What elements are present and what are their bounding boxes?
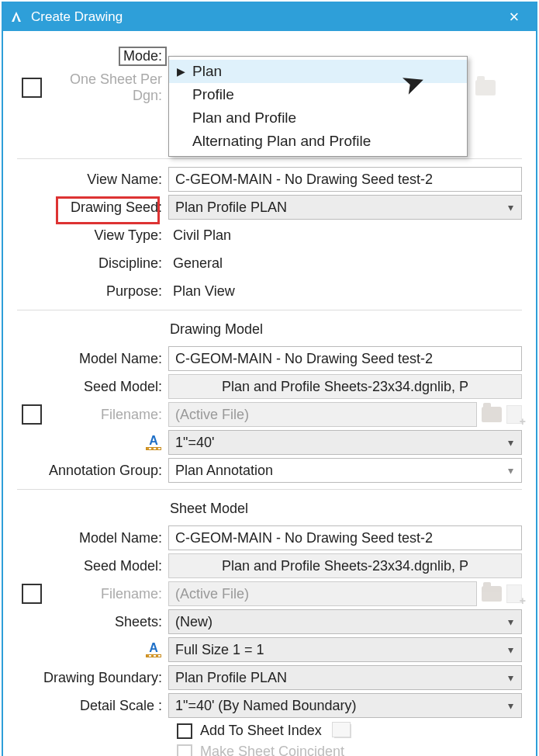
divider (17, 310, 522, 310)
dm-model-name-input[interactable]: C-GEOM-MAIN - No Drawing Seed test-2 (168, 346, 522, 371)
sm-model-name-input[interactable]: C-GEOM-MAIN - No Drawing Seed test-2 (168, 525, 522, 550)
make-coincident-checkbox (177, 744, 192, 757)
app-icon (9, 10, 23, 24)
titlebar[interactable]: Create Drawing × (3, 3, 536, 31)
make-coincident-label: Make Sheet Coincident (200, 744, 344, 756)
new-file-icon[interactable] (506, 405, 522, 424)
mode-row: Mode: ▶ Plan Profile Plan and Profile Al (17, 43, 522, 68)
view-name-label: View Name: (17, 172, 168, 188)
dialog-body: Mode: ▶ Plan Profile Plan and Profile Al (3, 31, 536, 756)
add-sheet-index-row: Add To Sheet Index (177, 723, 522, 739)
dropdown-item-label: Plan and Profile (192, 109, 296, 127)
mode-label: Mode: (119, 47, 167, 66)
mode-dropdown-menu[interactable]: ▶ Plan Profile Plan and Profile Alternat… (168, 56, 468, 157)
mode-option-profile[interactable]: Profile (169, 83, 467, 106)
sm-filename-field: (Active File) (168, 581, 477, 606)
sm-filename-label: Filename: (53, 586, 168, 602)
sheet-model-heading: Sheet Model (168, 501, 248, 517)
drawing-model-heading: Drawing Model (168, 321, 263, 338)
sm-detail-scale-combo[interactable]: 1"=40' (By Named Boundary) (168, 693, 522, 718)
folder-icon[interactable] (482, 586, 502, 602)
dm-seed-model-field[interactable]: Plan and Profile Sheets-23x34.dgnlib, P (168, 374, 522, 399)
drawing-seed-combo[interactable]: Plan Profile PLAN (168, 195, 522, 220)
sm-sheets-label: Sheets: (17, 614, 168, 630)
dropdown-item-label: Plan (192, 63, 222, 80)
view-name-row: View Name: C-GEOM-MAIN - No Drawing Seed… (17, 167, 522, 192)
sm-seed-model-field[interactable]: Plan and Profile Sheets-23x34.dgnlib, P (168, 553, 522, 578)
selected-marker-icon: ▶ (177, 65, 185, 78)
dm-seed-model-label: Seed Model: (17, 379, 168, 395)
new-file-icon[interactable] (506, 584, 522, 603)
dm-model-name-label: Model Name: (17, 351, 168, 367)
drawing-seed-label: Drawing Seed: (71, 199, 162, 216)
sheet-index-icon[interactable] (334, 724, 351, 738)
sm-model-name-label: Model Name: (17, 530, 168, 546)
drawing-seed-row: Drawing Seed: Plan Profile PLAN (17, 195, 522, 220)
dm-filename-checkbox[interactable] (22, 404, 42, 425)
dm-scale-icon: A (17, 435, 168, 450)
window-title: Create Drawing (31, 9, 499, 25)
sm-scale-combo[interactable]: Full Size 1 = 1 (168, 637, 522, 662)
purpose-value: Plan View (168, 283, 235, 300)
divider (17, 158, 522, 159)
make-coincident-row: Make Sheet Coincident (177, 744, 522, 756)
create-drawing-dialog: Create Drawing × Mode: ▶ Plan Profile (2, 2, 537, 756)
view-type-label: View Type: (17, 227, 168, 244)
view-type-value: Civil Plan (168, 227, 231, 244)
sm-filename-checkbox[interactable] (22, 584, 42, 604)
dm-scale-combo[interactable]: 1"=40' (168, 430, 522, 455)
sm-scale-icon: A (17, 642, 168, 657)
dm-annogroup-label: Annotation Group: (17, 463, 168, 479)
one-sheet-label: One Sheet Per Dgn: (53, 71, 168, 104)
add-sheet-index-checkbox[interactable] (177, 723, 192, 739)
dm-filename-field: (Active File) (168, 402, 477, 427)
one-sheet-checkbox[interactable] (22, 78, 42, 98)
discipline-value: General (168, 255, 223, 272)
dropdown-item-label: Alternating Plan and Profile (192, 133, 371, 150)
folder-icon[interactable] (475, 80, 496, 95)
mode-option-plan-and-profile[interactable]: Plan and Profile (169, 106, 467, 130)
dm-filename-label: Filename: (53, 407, 168, 423)
sm-boundary-combo[interactable]: Plan Profile PLAN (168, 665, 522, 690)
mode-option-alternating[interactable]: Alternating Plan and Profile (169, 130, 467, 153)
folder-icon[interactable] (482, 407, 502, 422)
sm-detail-scale-label: Detail Scale : (17, 698, 168, 714)
close-icon[interactable]: × (499, 9, 530, 26)
purpose-label: Purpose: (17, 283, 168, 300)
view-name-input[interactable]: C-GEOM-MAIN - No Drawing Seed test-2 (168, 167, 522, 192)
discipline-label: Discipline: (17, 255, 168, 272)
mode-option-plan[interactable]: ▶ Plan (169, 60, 467, 83)
dropdown-item-label: Profile (192, 86, 234, 103)
sm-seed-model-label: Seed Model: (17, 558, 168, 574)
sm-boundary-label: Drawing Boundary: (17, 670, 168, 686)
dm-annogroup-combo[interactable]: Plan Annotation (168, 458, 522, 483)
divider (17, 489, 522, 490)
add-sheet-index-label: Add To Sheet Index (200, 723, 322, 739)
sm-sheets-combo[interactable]: (New) (168, 609, 522, 634)
